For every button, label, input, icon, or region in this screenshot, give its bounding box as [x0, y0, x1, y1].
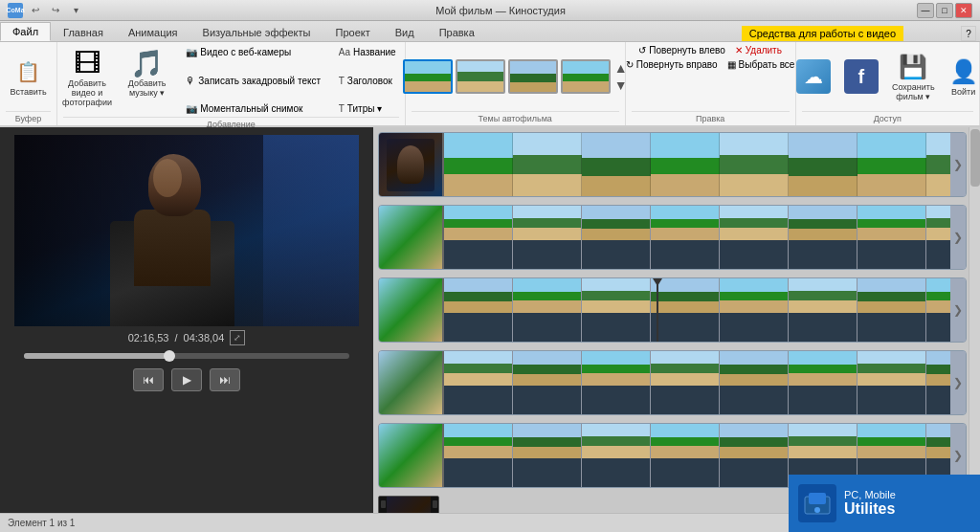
help-btn[interactable]: ? — [961, 26, 976, 41]
frame-5-5 — [720, 424, 789, 487]
ribbon-group-access: ☁ f 💾 Сохранитьфильм ▾ 👤 Войти Доступ — [796, 42, 980, 125]
frame-4-6 — [789, 351, 858, 414]
frame-5-2 — [513, 424, 582, 487]
name-label: Название — [353, 47, 396, 57]
facebook-btn[interactable]: f — [840, 57, 882, 96]
frame-1-1 — [444, 133, 513, 196]
tab-view[interactable]: Вид — [383, 22, 427, 41]
window-title: Мой фильм — Киностудия — [84, 5, 917, 16]
frame-2-8 — [926, 206, 950, 269]
frame-2-5 — [720, 206, 789, 269]
snapshot-btn[interactable]: 📷 Моментальный снимок — [183, 102, 323, 115]
tab-file[interactable]: Файл — [0, 22, 51, 41]
delete-icon: ✕ — [735, 45, 743, 55]
delete-btn[interactable]: ✕ Удалить — [732, 44, 785, 56]
edit-content: ↺ Повернуть влево ✕ Удалить ↻ Повернуть … — [623, 44, 798, 109]
title-bar: CoMa ↩ ↪ ▾ Мой фильм — Киностудия — □ ✕ — [0, 0, 980, 21]
heading-btn[interactable]: T Заголовок — [336, 75, 399, 87]
frame-3-6 — [789, 278, 858, 342]
timeline-scrollbar[interactable] — [969, 127, 980, 532]
time-display: 02:16,53 / 04:38,04 ⤢ — [128, 330, 246, 345]
maximize-btn[interactable]: □ — [936, 3, 953, 18]
rewind-btn[interactable]: ⏮ — [133, 368, 164, 391]
text-buttons: 📷 Видео с веб-камеры 🎙 Записать закадров… — [183, 46, 323, 115]
close-btn[interactable]: ✕ — [955, 3, 972, 18]
undo-btn[interactable]: ↩ — [27, 3, 44, 18]
app-logo: CoMa — [6, 7, 24, 13]
voiceover-btn[interactable]: 🎙 Записать закадровый текст — [183, 75, 323, 87]
expand-btn[interactable]: ⤢ — [230, 330, 245, 345]
add-music-btn[interactable]: 🎵 Добавить музыку ▾ — [117, 46, 177, 100]
theme-thumbnails — [403, 59, 611, 94]
strip-4-arrow[interactable]: ❯ — [950, 351, 966, 414]
main-area: 02:16,53 / 04:38,04 ⤢ ⏮ ▶ ⏭ — [0, 127, 980, 532]
frame-4-2 — [513, 351, 582, 414]
preview-video — [14, 135, 359, 326]
select-all-btn[interactable]: ▦ Выбрать все — [724, 58, 798, 71]
themes-label: Темы автофильма — [412, 111, 619, 123]
playback-controls: ⏮ ▶ ⏭ — [133, 368, 240, 391]
rotate-right-btn[interactable]: ↻ Повернуть вправо — [623, 58, 721, 71]
buffer-label: Буфер — [6, 111, 51, 123]
frame-4-3 — [582, 351, 651, 414]
tab-project[interactable]: Проект — [323, 22, 382, 41]
progress-fill — [24, 353, 170, 359]
cloud-btn[interactable]: ☁ — [792, 57, 835, 96]
theme-thumb-4[interactable] — [561, 59, 611, 94]
add-video-btn[interactable]: 🎞 Добавить видео и фотографии — [63, 46, 111, 109]
theme-thumb-2[interactable] — [456, 59, 505, 94]
strip-1-arrow[interactable]: ❯ — [950, 133, 966, 196]
theme-thumb-1[interactable] — [403, 59, 453, 94]
progress-thumb[interactable] — [164, 350, 175, 362]
svg-rect-1 — [809, 493, 826, 504]
tab-animation[interactable]: Анимация — [116, 22, 190, 41]
frame-1-5 — [720, 133, 789, 196]
theme-thumb-3[interactable] — [508, 59, 558, 94]
tab-effects[interactable]: Визуальные эффекты — [190, 22, 323, 41]
rotate-left-btn[interactable]: ↺ Повернуть влево — [635, 44, 727, 56]
add-music-label: Добавить музыку ▾ — [121, 78, 173, 98]
login-btn[interactable]: 👤 Войти — [945, 55, 980, 99]
credits-btn[interactable]: T Титры ▾ — [336, 102, 399, 115]
app-icon: CoMa — [8, 3, 23, 18]
insert-btn[interactable]: 📋 Вставить — [6, 55, 50, 99]
frame-5-4 — [651, 424, 720, 487]
progress-bar[interactable] — [24, 353, 349, 359]
frame-4-4 — [651, 351, 720, 414]
frame-3-5 — [720, 278, 789, 342]
first-frame-5 — [379, 424, 444, 487]
name-btn[interactable]: Aa Название — [336, 46, 399, 58]
edit-row-1: ↺ Повернуть влево ✕ Удалить — [635, 44, 785, 56]
webcam-btn[interactable]: 📷 Видео с веб-камеры — [183, 46, 323, 58]
frame-4-1 — [444, 351, 513, 414]
cloud-icon: ☁ — [796, 59, 831, 94]
watermark: PC, Mobile Utilites — [789, 475, 980, 532]
strip-2-arrow[interactable]: ❯ — [950, 206, 966, 269]
scrollbar-thumb[interactable] — [970, 129, 980, 187]
redo-btn[interactable]: ↪ — [47, 3, 64, 18]
frame-3-1 — [444, 278, 513, 342]
rotate-right-icon: ↻ — [626, 59, 634, 70]
strip-3-arrow[interactable]: ❯ — [950, 278, 966, 342]
timeline-strip-4: ❯ — [378, 350, 967, 415]
facebook-icon: f — [844, 59, 879, 94]
first-frame-3 — [379, 278, 444, 342]
webcam-icon: 📷 — [186, 47, 197, 57]
frame-3-4 — [651, 278, 720, 342]
qa-dropdown[interactable]: ▾ — [67, 3, 84, 18]
play-btn[interactable]: ▶ — [171, 368, 202, 391]
timeline-area[interactable]: ❯ — [373, 127, 980, 532]
first-frame-2 — [379, 206, 444, 269]
delete-label: Удалить — [746, 45, 782, 55]
svg-point-2 — [814, 507, 820, 513]
special-tab[interactable]: Средства для работы с видео — [742, 26, 903, 41]
tab-home[interactable]: Главная — [51, 22, 116, 41]
save-movie-btn[interactable]: 💾 Сохранитьфильм ▾ — [888, 50, 939, 103]
insert-icon: 📋 — [13, 56, 44, 87]
minimize-btn[interactable]: — — [917, 3, 934, 18]
insert-label: Вставить — [10, 87, 46, 97]
ribbon: Файл Главная Анимация Визуальные эффекты… — [0, 21, 980, 127]
forward-btn[interactable]: ⏭ — [210, 368, 240, 391]
frame-3-7 — [858, 278, 926, 342]
tab-edit[interactable]: Правка — [427, 22, 487, 41]
